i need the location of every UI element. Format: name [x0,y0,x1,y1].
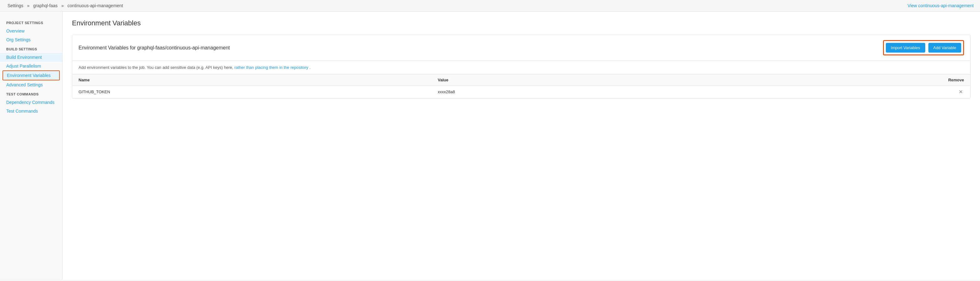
breadcrumb: Settings » graphql-faas » continuous-api… [6,3,124,8]
col-header-remove: Remove [791,75,970,86]
page-title: Environment Variables [72,19,970,27]
variables-table: Name Value Remove GITHUB_TOKEN xxxx28a8 … [72,75,970,98]
description-link[interactable]: rather than placing them in the reposito… [234,65,308,70]
breadcrumb-org: graphql-faas [33,3,57,8]
view-project-link[interactable]: View continuous-api-management [908,3,974,8]
breadcrumb-repo: continuous-api-management [68,3,123,8]
import-variables-button[interactable]: Import Variables [886,43,925,52]
environment-variables-card: Environment Variables for graphql-faas/c… [72,35,970,98]
card-buttons: Import Variables Add Variable [883,40,964,56]
variable-remove-cell: ✕ [791,86,970,98]
sidebar-item-build-environment[interactable]: Build Environment [0,53,62,62]
col-header-value: Value [431,75,791,86]
description-text: Add environment variables to the job. Yo… [78,65,233,70]
card-header: Environment Variables for graphql-faas/c… [72,35,970,61]
variable-value: xxxx28a8 [431,86,791,98]
sidebar-item-environment-variables[interactable]: Environment Variables [3,70,60,80]
table-row: GITHUB_TOKEN xxxx28a8 ✕ [72,86,970,98]
table-header-row: Name Value Remove [72,75,970,86]
variable-name: GITHUB_TOKEN [72,86,431,98]
col-header-name: Name [72,75,431,86]
project-settings-title: PROJECT SETTINGS [0,18,62,27]
breadcrumb-sep2: » [61,3,65,8]
sidebar-item-test-commands[interactable]: Test Commands [0,107,62,116]
breadcrumb-sep1: » [27,3,31,8]
sidebar-item-dependency-commands[interactable]: Dependency Commands [0,98,62,107]
card-description: Add environment variables to the job. Yo… [72,61,970,75]
test-commands-title: TEST COMMANDS [0,89,62,98]
remove-variable-button[interactable]: ✕ [958,89,964,95]
top-bar: Settings » graphql-faas » continuous-api… [0,0,980,11]
main-content: Environment Variables Environment Variab… [62,11,980,280]
sidebar: PROJECT SETTINGS Overview Org Settings B… [0,11,62,280]
sidebar-item-adjust-parallelism[interactable]: Adjust Parallelism [0,62,62,70]
build-settings-title: BUILD SETTINGS [0,44,62,53]
sidebar-item-overview[interactable]: Overview [0,27,62,35]
main-layout: PROJECT SETTINGS Overview Org Settings B… [0,11,980,280]
sidebar-item-advanced-settings[interactable]: Advanced Settings [0,80,62,89]
description-end: . [309,65,311,70]
add-variable-button[interactable]: Add Variable [928,43,961,52]
card-title: Environment Variables for graphql-faas/c… [78,45,230,51]
breadcrumb-settings: Settings [8,3,24,8]
sidebar-item-org-settings[interactable]: Org Settings [0,35,62,44]
